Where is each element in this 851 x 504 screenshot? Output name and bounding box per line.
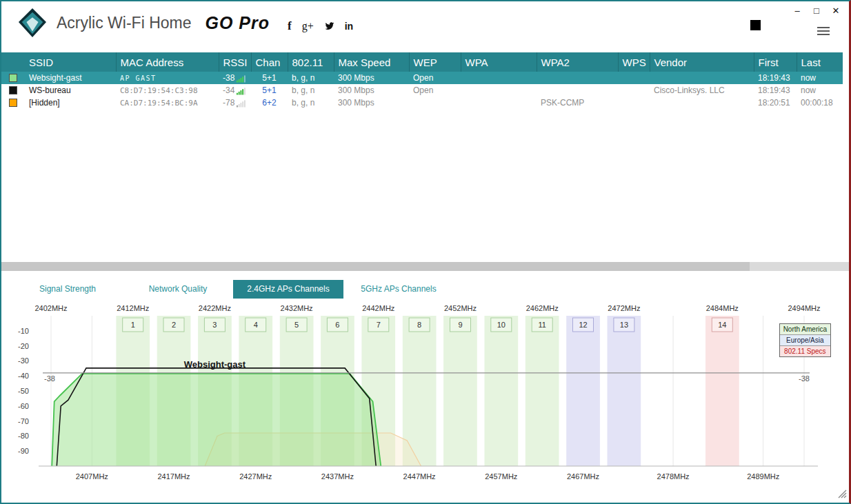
- svg-text:2432MHz: 2432MHz: [281, 304, 313, 312]
- svg-text:-60: -60: [18, 402, 29, 410]
- svg-text:10: 10: [497, 321, 505, 329]
- svg-text:-20: -20: [18, 342, 29, 350]
- svg-text:-38: -38: [799, 374, 810, 383]
- cell-dot11: b, g, n: [288, 72, 334, 84]
- app-logo-icon: [18, 8, 47, 38]
- cell-chan: 6+2: [251, 97, 288, 109]
- svg-text:8: 8: [417, 321, 421, 329]
- svg-text:-70: -70: [18, 417, 29, 425]
- signal-bars-icon: [237, 99, 247, 108]
- svg-text:2472MHz: 2472MHz: [608, 304, 640, 312]
- column-header-wep[interactable]: WEP: [409, 52, 461, 72]
- column-header-first[interactable]: First: [754, 52, 797, 72]
- stop-scan-button[interactable]: [750, 20, 761, 30]
- channels-chart-plot: 1234567891011121314-38-38Websight-gast-1…: [1, 299, 851, 490]
- chart-legend: North AmericaEurope/Asia802.11 Specs: [779, 323, 831, 357]
- svg-text:2442MHz: 2442MHz: [362, 304, 394, 312]
- cell-wpa: [461, 72, 537, 84]
- cell-mac: AP GAST: [116, 72, 219, 84]
- cell-ssid: [Hidden]: [25, 97, 116, 109]
- cell-mac: CA:D7:19:54:BC:9A: [116, 97, 219, 109]
- tab-network-quality[interactable]: Network Quality: [123, 280, 233, 299]
- column-header-mac-address[interactable]: MAC Address: [116, 52, 219, 72]
- column-header-last[interactable]: Last: [797, 52, 843, 72]
- cell-chan: 5+1: [251, 72, 288, 84]
- cell-rssi: -38: [219, 72, 251, 84]
- channels-chart: 1234567891011121314-38-38Websight-gast-1…: [1, 299, 849, 490]
- app-window: – □ ✕ Acrylic Wi-Fi Home GO Pro fg+in SS…: [0, 0, 851, 504]
- ap-table: SSIDMAC AddressRSSIChan802.11Max SpeedWE…: [1, 52, 849, 262]
- cell-wpa2: [537, 72, 618, 84]
- resize-grip-icon[interactable]: [837, 489, 847, 501]
- signal-bars-icon: [237, 87, 247, 95]
- column-header-chan[interactable]: Chan: [251, 52, 288, 72]
- cell-wpa: [461, 84, 537, 97]
- table-row[interactable]: [Hidden]CA:D7:19:54:BC:9A-786+2b, g, n30…: [1, 97, 843, 109]
- svg-text:-90: -90: [18, 447, 29, 455]
- cell-first: 18:19:43: [754, 72, 797, 84]
- maximize-button[interactable]: □: [812, 6, 821, 17]
- cell-wep: Open: [409, 84, 461, 97]
- cell-last: now: [797, 72, 843, 84]
- network-color-swatch: [9, 74, 17, 82]
- table-row[interactable]: Websight-gastAP GAST-385+1b, g, n300 Mbp…: [1, 72, 843, 84]
- tab-5ghz-aps-channels[interactable]: 5GHz APs Channels: [343, 280, 454, 299]
- window-controls: – □ ✕: [792, 6, 841, 17]
- column-header-ssid[interactable]: SSID: [25, 52, 116, 72]
- social-icons: fg+in: [288, 21, 353, 32]
- cell-ssid: WS-bureau: [25, 84, 116, 97]
- svg-text:-10: -10: [18, 327, 29, 335]
- svg-text:2412MHz: 2412MHz: [117, 304, 149, 312]
- cell-speed: 300 Mbps: [334, 84, 409, 97]
- tab-signal-strength[interactable]: Signal Strength: [12, 280, 123, 299]
- cell-first: 18:20:51: [754, 97, 797, 109]
- app-header: Acrylic Wi-Fi Home GO Pro fg+in: [1, 1, 849, 44]
- cell-wpa: [461, 97, 537, 109]
- horizontal-scrollbar[interactable]: [1, 262, 849, 271]
- table-row[interactable]: WS-bureauC8:D7:19:54:C3:98-345+1b, g, n3…: [1, 84, 843, 97]
- column-header-wps[interactable]: WPS: [618, 52, 650, 72]
- svg-text:7: 7: [377, 321, 381, 329]
- cell-last: now: [797, 84, 843, 97]
- twitter-icon[interactable]: [324, 21, 334, 32]
- svg-text:4: 4: [254, 321, 258, 329]
- google-plus-icon[interactable]: g+: [302, 21, 314, 31]
- cell-wpa2: [537, 84, 618, 97]
- cell-wpa2: PSK-CCMP: [537, 97, 618, 109]
- cell-ssid: Websight-gast: [25, 72, 116, 84]
- minimize-button[interactable]: –: [792, 6, 802, 17]
- svg-text:2467MHz: 2467MHz: [567, 472, 599, 481]
- svg-text:2417MHz: 2417MHz: [157, 472, 190, 481]
- svg-text:2427MHz: 2427MHz: [239, 472, 272, 481]
- column-header-vendor[interactable]: Vendor: [650, 52, 754, 72]
- linkedin-icon[interactable]: in: [345, 21, 353, 31]
- column-header-802-11[interactable]: 802.11: [288, 52, 334, 72]
- close-button[interactable]: ✕: [831, 6, 841, 17]
- column-header-max-speed[interactable]: Max Speed: [334, 52, 409, 72]
- tab-2-4ghz-aps-channels[interactable]: 2.4GHz APs Channels: [233, 280, 343, 299]
- cell-wps: [618, 84, 650, 97]
- menu-button[interactable]: [817, 25, 830, 37]
- network-color-swatch: [9, 99, 17, 107]
- svg-text:2447MHz: 2447MHz: [403, 472, 436, 481]
- cell-wep: Open: [409, 72, 461, 84]
- cell-mac: C8:D7:19:54:C3:98: [116, 84, 219, 97]
- network-color-swatch: [9, 86, 17, 94]
- svg-text:-30: -30: [18, 356, 29, 365]
- cell-wps: [618, 72, 650, 84]
- column-header-wpa[interactable]: WPA: [461, 52, 537, 72]
- tab-bar: Signal StrengthNetwork Quality2.4GHz APs…: [12, 280, 849, 299]
- svg-text:2422MHz: 2422MHz: [199, 304, 231, 312]
- svg-text:2494MHz: 2494MHz: [788, 304, 820, 312]
- facebook-icon[interactable]: f: [288, 21, 292, 31]
- column-header-rssi[interactable]: RSSI: [219, 52, 251, 72]
- scrollbar-thumb[interactable]: [1, 262, 750, 271]
- column-header-color: [1, 52, 25, 72]
- legend-item-north-america: North America: [780, 324, 830, 335]
- column-header-wpa2[interactable]: WPA2: [537, 52, 618, 72]
- svg-text:1: 1: [131, 321, 135, 329]
- svg-text:13: 13: [620, 321, 628, 329]
- cell-rssi: -34: [219, 84, 251, 97]
- legend-item-802-11-specs: 802.11 Specs: [780, 346, 830, 356]
- go-pro-button[interactable]: GO Pro: [206, 13, 270, 33]
